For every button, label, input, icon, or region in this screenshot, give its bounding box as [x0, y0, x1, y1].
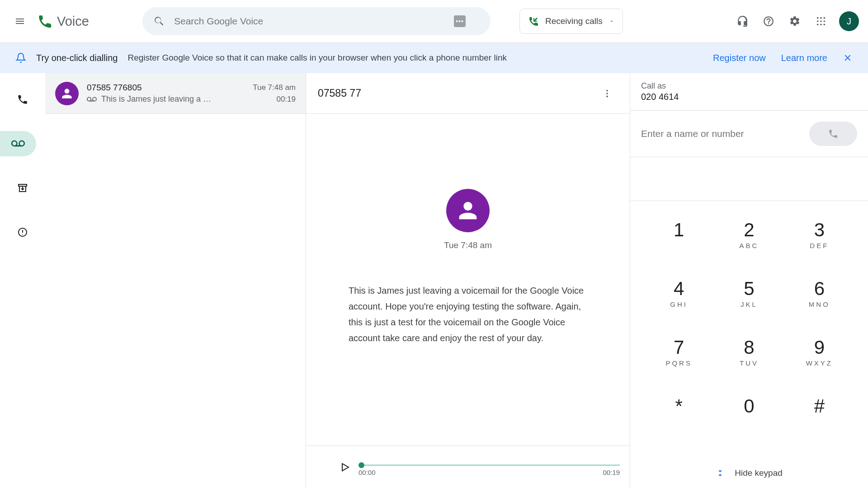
search-input[interactable]	[174, 16, 454, 27]
main-menu-button[interactable]	[9, 10, 31, 32]
key-digit: 4	[674, 278, 684, 300]
keypad-key-0[interactable]: 0	[714, 381, 784, 440]
collapse-icon	[716, 469, 725, 478]
voicemail-list-item[interactable]: 07585 776805 This is James just leaving …	[45, 73, 306, 114]
key-digit: 2	[744, 219, 754, 241]
svg-point-11	[606, 89, 608, 91]
support-button[interactable]	[731, 10, 753, 32]
close-icon[interactable]	[843, 53, 853, 63]
more-vert-icon	[602, 89, 612, 99]
list-item-time: Tue 7:48 am	[253, 83, 296, 92]
detail-avatar	[446, 189, 490, 232]
svg-point-6	[817, 24, 819, 26]
keypad-key-8[interactable]: 8TUV	[714, 323, 784, 381]
learn-more-link[interactable]: Learn more	[781, 53, 827, 63]
key-digit: 8	[744, 337, 754, 358]
help-icon	[763, 15, 774, 27]
svg-point-4	[820, 20, 822, 22]
key-digit: 3	[814, 219, 825, 241]
incoming-call-icon	[528, 16, 539, 27]
promo-banner: Try one-click dialling Register Google V…	[0, 42, 868, 73]
headset-icon	[736, 15, 748, 27]
banner-description: Register Google Voice so that it can mak…	[127, 53, 507, 63]
dropdown-caret-icon	[609, 19, 614, 24]
logo[interactable]: Voice	[37, 14, 89, 29]
receiving-calls-label: Receiving calls	[545, 16, 603, 26]
help-button[interactable]	[758, 10, 779, 32]
voicemail-icon	[11, 137, 25, 150]
key-letters: MNO	[809, 300, 830, 309]
bell-icon	[15, 52, 26, 63]
voicemail-list: 07585 776805 This is James just leaving …	[45, 73, 306, 488]
person-icon	[455, 197, 481, 224]
account-avatar[interactable]: J	[839, 11, 859, 31]
nav-spam[interactable]	[10, 220, 35, 245]
make-call-button[interactable]	[809, 122, 857, 146]
list-item-number: 07585 776805	[87, 83, 253, 93]
voicemail-small-icon	[87, 94, 97, 104]
keyboard-icon[interactable]: •••	[454, 15, 466, 27]
search-icon	[153, 15, 165, 27]
settings-button[interactable]	[784, 10, 806, 32]
keypad-key-*[interactable]: *	[644, 381, 714, 440]
register-now-link[interactable]: Register now	[713, 53, 766, 63]
apps-grid-icon	[816, 16, 826, 26]
dialer-spacer	[630, 157, 868, 201]
svg-point-7	[820, 24, 822, 26]
hide-keypad-button[interactable]: Hide keypad	[630, 458, 868, 488]
key-letters: WXYZ	[806, 359, 833, 367]
app-name: Voice	[57, 14, 89, 29]
list-item-preview: This is James just leaving a …	[101, 94, 211, 104]
phone-icon	[17, 94, 28, 105]
keypad-key-9[interactable]: 9WXYZ	[784, 323, 854, 381]
keypad-key-6[interactable]: 6MNO	[784, 264, 854, 323]
call-as-section[interactable]: Call as 020 4614	[630, 73, 868, 111]
keypad-key-2[interactable]: 2ABC	[714, 205, 784, 264]
play-icon[interactable]	[340, 462, 350, 473]
svg-point-5	[824, 20, 826, 22]
person-icon	[60, 86, 74, 101]
key-digit: 6	[814, 278, 825, 300]
svg-point-1	[820, 17, 822, 19]
progress-bar[interactable]: 00:00 00:19	[359, 458, 620, 476]
archive-icon	[17, 183, 28, 193]
keypad: 12ABC3DEF4GHI5JKL6MNO7PQRS8TUV9WXYZ*0#	[630, 201, 868, 458]
header: Voice ••• Receiving calls J	[0, 0, 868, 42]
player-current-time: 00:00	[359, 469, 376, 476]
nav-archive[interactable]	[10, 175, 35, 201]
voice-logo-icon	[37, 14, 52, 29]
keypad-key-1[interactable]: 1	[644, 205, 714, 264]
keypad-key-7[interactable]: 7PQRS	[644, 323, 714, 381]
transcript-text: This is James just leaving a voicemail f…	[349, 283, 587, 346]
dialer-panel: Call as 020 4614 12ABC3DEF4GHI5JKL6MNO7P…	[630, 73, 868, 488]
key-digit: 7	[674, 337, 684, 358]
avatar-initial: J	[847, 16, 851, 27]
key-letters: GHI	[670, 300, 688, 309]
phone-icon	[828, 128, 839, 139]
key-digit: 1	[674, 219, 684, 241]
keypad-key-5[interactable]: 5JKL	[714, 264, 784, 323]
call-as-label: Call as	[641, 81, 857, 91]
keypad-key-#[interactable]: #	[784, 381, 854, 440]
gear-icon	[789, 15, 801, 27]
key-letters: PQRS	[665, 359, 692, 367]
list-item-duration: 00:19	[253, 95, 296, 104]
svg-point-12	[606, 93, 608, 94]
nav-calls[interactable]	[10, 87, 35, 112]
player-total-time: 00:19	[603, 469, 620, 476]
dial-input[interactable]	[641, 128, 801, 139]
spam-icon	[17, 227, 28, 238]
svg-point-8	[824, 24, 826, 26]
apps-button[interactable]	[810, 10, 832, 32]
key-digit: #	[814, 395, 825, 417]
receiving-calls-dropdown[interactable]: Receiving calls	[519, 9, 623, 34]
contact-avatar	[55, 82, 79, 105]
keypad-key-4[interactable]: 4GHI	[644, 264, 714, 323]
search-box[interactable]: •••	[142, 7, 491, 35]
keypad-key-3[interactable]: 3DEF	[784, 205, 854, 264]
key-digit: 9	[814, 337, 825, 358]
key-letters: JKL	[741, 300, 758, 309]
more-options-button[interactable]	[596, 83, 618, 104]
nav-voicemail[interactable]	[0, 131, 36, 156]
svg-point-13	[606, 95, 608, 97]
